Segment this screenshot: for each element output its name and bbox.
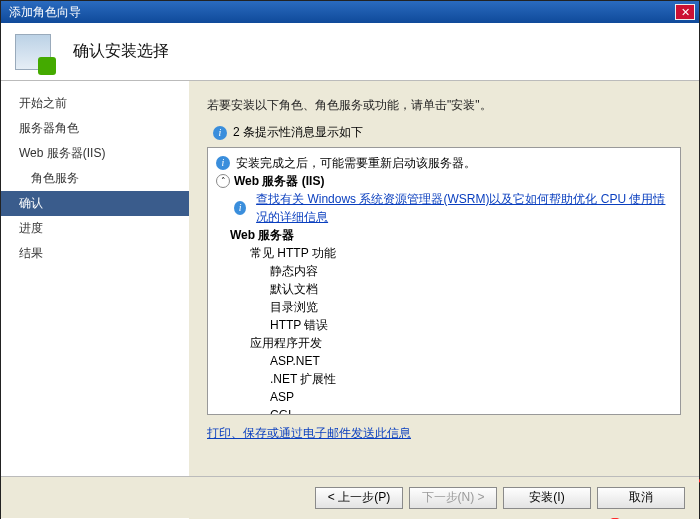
role-heading-row: ˄ Web 服务器 (IIS) xyxy=(216,172,672,190)
role-heading: Web 服务器 (IIS) xyxy=(234,172,324,190)
sidebar-item-confirm[interactable]: 确认 xyxy=(1,191,189,216)
restart-note: 安装完成之后，可能需要重新启动该服务器。 xyxy=(236,154,476,172)
button-bar: < 上一步(P) 下一步(N) > 安装(I) 取消 xyxy=(1,476,699,518)
sidebar-item-role-services[interactable]: 角色服务 xyxy=(1,166,189,191)
tree-item: HTTP 错误 xyxy=(270,316,672,334)
tree-item: .NET 扩展性 xyxy=(270,370,672,388)
tree-item: ASP.NET xyxy=(270,352,672,370)
tree-item: CGI xyxy=(270,406,672,415)
sidebar-item-server-roles[interactable]: 服务器角色 xyxy=(1,116,189,141)
sidebar-item-web-server-iis[interactable]: Web 服务器(IIS) xyxy=(1,141,189,166)
info-messages-header: i 2 条提示性消息显示如下 xyxy=(213,124,681,141)
details-panel[interactable]: i 安装完成之后，可能需要重新启动该服务器。 ˄ Web 服务器 (IIS) i… xyxy=(207,147,681,415)
sidebar-item-progress[interactable]: 进度 xyxy=(1,216,189,241)
wizard-window: 添加角色向导 ✕ 确认安装选择 开始之前 服务器角色 Web 服务器(IIS) … xyxy=(0,0,700,519)
help-link-row: i 查找有关 Windows 系统资源管理器(WSRM)以及它如何帮助优化 CP… xyxy=(216,190,672,226)
wizard-main: 若要安装以下角色、角色服务或功能，请单击"安装"。 i 2 条提示性消息显示如下… xyxy=(189,81,699,519)
page-title: 确认安装选择 xyxy=(73,41,169,62)
server-role-icon xyxy=(15,34,51,70)
tree-root: Web 服务器 xyxy=(230,228,294,242)
intro-text: 若要安装以下角色、角色服务或功能，请单击"安装"。 xyxy=(207,97,681,114)
info-count-text: 2 条提示性消息显示如下 xyxy=(233,124,363,141)
sidebar-item-before-begin[interactable]: 开始之前 xyxy=(1,91,189,116)
close-button[interactable]: ✕ xyxy=(675,4,695,20)
info-icon: i xyxy=(216,156,230,170)
restart-note-row: i 安装完成之后，可能需要重新启动该服务器。 xyxy=(216,154,672,172)
wizard-header: 确认安装选择 xyxy=(1,23,699,81)
collapse-icon[interactable]: ˄ xyxy=(216,174,230,188)
tree-item: ASP xyxy=(270,388,672,406)
tree-item: 目录浏览 xyxy=(270,298,672,316)
info-icon: i xyxy=(234,201,246,215)
window-title: 添加角色向导 xyxy=(5,4,81,21)
next-button: 下一步(N) > xyxy=(409,487,497,509)
tree-item: 默认文档 xyxy=(270,280,672,298)
role-tree: Web 服务器 常见 HTTP 功能 静态内容 默认文档 目录浏览 HTTP 错… xyxy=(230,226,672,415)
titlebar: 添加角色向导 ✕ xyxy=(1,1,699,23)
cancel-button[interactable]: 取消 xyxy=(597,487,685,509)
info-icon: i xyxy=(213,126,227,140)
tree-item: 静态内容 xyxy=(270,262,672,280)
wsrm-help-link[interactable]: 查找有关 Windows 系统资源管理器(WSRM)以及它如何帮助优化 CPU … xyxy=(256,190,672,226)
sidebar-item-results[interactable]: 结果 xyxy=(1,241,189,266)
print-save-email-link[interactable]: 打印、保存或通过电子邮件发送此信息 xyxy=(207,425,411,442)
wizard-body: 开始之前 服务器角色 Web 服务器(IIS) 角色服务 确认 进度 结果 若要… xyxy=(1,81,699,519)
previous-button[interactable]: < 上一步(P) xyxy=(315,487,403,509)
install-button[interactable]: 安装(I) xyxy=(503,487,591,509)
tree-group-appdev: 应用程序开发 xyxy=(250,334,672,352)
tree-group-http: 常见 HTTP 功能 xyxy=(250,244,672,262)
wizard-sidebar: 开始之前 服务器角色 Web 服务器(IIS) 角色服务 确认 进度 结果 xyxy=(1,81,189,519)
